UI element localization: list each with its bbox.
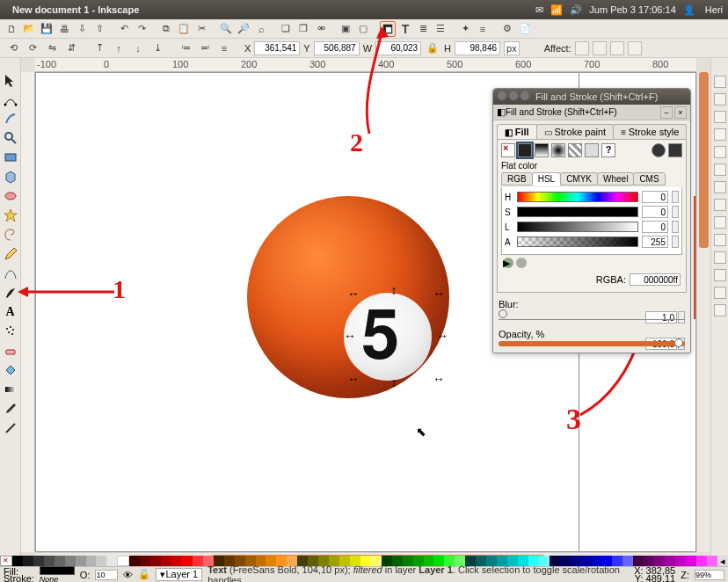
cs-tab-hsl[interactable]: HSL — [532, 172, 561, 186]
status-opacity-input[interactable] — [95, 570, 118, 580]
out-of-gamut-icon[interactable] — [516, 258, 527, 268]
scrollbar-vertical[interactable] — [696, 72, 710, 552]
h-slider[interactable] — [517, 192, 638, 202]
unit-select[interactable]: px — [504, 41, 520, 55]
a-slider[interactable] — [517, 236, 638, 247]
3dbox-tool-icon[interactable] — [3, 169, 18, 185]
text-dialog-icon[interactable]: T — [397, 21, 413, 37]
tray-datetime[interactable]: Jum Peb 3 17:06:14 — [589, 4, 675, 15]
zoom-fit-icon[interactable]: 🔍 — [218, 21, 234, 37]
layer-selector[interactable]: ▾Layer 1 — [156, 568, 202, 581]
affect-pattern-button[interactable] — [628, 41, 642, 55]
l-slider[interactable] — [517, 222, 638, 232]
l-value-input[interactable] — [642, 221, 668, 233]
rect-tool-icon[interactable] — [3, 149, 18, 165]
snap-bbox-icon[interactable] — [714, 93, 726, 105]
bucket-tool-icon[interactable] — [3, 362, 18, 378]
snap-grid-icon[interactable] — [714, 234, 726, 246]
redo-icon[interactable]: ↷ — [134, 21, 149, 37]
paint-none-button[interactable]: × — [501, 143, 515, 157]
paint-unknown-button[interactable]: ? — [601, 143, 615, 157]
status-zoom-input[interactable] — [695, 570, 724, 580]
clone-icon[interactable]: ❐ — [295, 21, 311, 37]
tab-stroke-paint[interactable]: ▭ Stroke paint — [536, 124, 614, 139]
raise-icon[interactable]: ↑ — [111, 40, 127, 56]
import-icon[interactable]: ⇩ — [74, 21, 90, 37]
text-tool-icon[interactable]: A — [3, 304, 18, 320]
tray-user[interactable]: 👤 Heri — [683, 4, 723, 16]
xml-editor-icon[interactable]: ≣ — [415, 21, 431, 37]
pencil-tool-icon[interactable] — [3, 246, 18, 262]
snap-path-icon[interactable] — [714, 128, 726, 141]
rotate-ccw-icon[interactable]: ⟲ — [5, 40, 21, 56]
a-value-input[interactable] — [642, 236, 668, 248]
l-spinner[interactable] — [672, 221, 679, 233]
obj-props2-icon[interactable]: ≕ — [197, 40, 213, 56]
h-spinner[interactable] — [672, 191, 679, 203]
save-icon[interactable]: 💾 — [39, 21, 55, 37]
selector-tool-icon[interactable] — [3, 72, 18, 88]
ellipse-tool-icon[interactable] — [3, 188, 18, 204]
affect-gradient-button[interactable] — [610, 41, 624, 55]
eraser-tool-icon[interactable] — [3, 343, 18, 359]
print-icon[interactable]: 🖶 — [56, 21, 72, 37]
s-spinner[interactable] — [672, 206, 679, 218]
new-icon[interactable]: 🗋 — [4, 21, 19, 37]
tab-fill[interactable]: ◧ Fill — [497, 124, 537, 139]
dialog-minimize-button[interactable]: – — [660, 106, 673, 119]
cs-tab-rgb[interactable]: RGB — [501, 172, 533, 186]
node-tool-icon[interactable] — [3, 91, 18, 107]
paint-radgrad-button[interactable] — [551, 143, 565, 157]
align-dialog-icon[interactable]: ≡ — [475, 21, 491, 37]
unlink-icon[interactable]: ⚮ — [313, 21, 329, 37]
lower-icon[interactable]: ↓ — [130, 40, 146, 56]
s-value-input[interactable] — [642, 206, 668, 218]
snap-page-icon[interactable] — [714, 216, 726, 229]
paint-lingrad-button[interactable] — [535, 143, 549, 157]
cut-icon[interactable]: ✂ — [193, 21, 209, 37]
layer-lock-icon[interactable]: 🔓 — [138, 569, 150, 580]
prefs-icon[interactable]: ⚙ — [499, 21, 515, 37]
snap-center-icon[interactable] — [714, 164, 726, 176]
undo-icon[interactable]: ↶ — [116, 21, 132, 37]
paint-swatch-button[interactable] — [585, 143, 599, 157]
flip-v-icon[interactable]: ⇵ — [63, 40, 79, 56]
raise-top-icon[interactable]: ⤒ — [91, 40, 107, 56]
dialog-window-buttons[interactable] — [498, 91, 532, 102]
snap-guide-icon[interactable] — [714, 251, 726, 264]
bezier-tool-icon[interactable] — [3, 266, 18, 281]
tab-stroke-style[interactable]: ≡ Stroke style — [613, 124, 687, 139]
status-fill-swatch[interactable] — [40, 566, 75, 575]
color-managed-icon[interactable]: ▶ — [503, 258, 513, 268]
snap-misc1-icon[interactable] — [714, 269, 726, 281]
layer-visibility-icon[interactable]: 👁 — [123, 570, 133, 580]
lock-ratio-icon[interactable]: 🔒 — [425, 40, 440, 56]
snap-misc3-icon[interactable] — [714, 304, 726, 316]
cs-tab-cms[interactable]: CMS — [633, 172, 665, 186]
h-value-input[interactable] — [642, 191, 668, 203]
copy-icon[interactable]: ⧉ — [158, 21, 174, 37]
rotate-cw-icon[interactable]: ⟳ — [25, 40, 40, 56]
zoom-page-icon[interactable]: 🔎 — [236, 21, 251, 37]
fill-rule-evenodd-icon[interactable] — [652, 143, 666, 157]
spray-tool-icon[interactable] — [3, 324, 18, 339]
export-icon[interactable]: ⇧ — [91, 21, 107, 37]
tweak-tool-icon[interactable] — [3, 111, 18, 127]
snap-intersect-icon[interactable] — [714, 146, 726, 158]
layers-dialog-icon[interactable]: ☰ — [433, 21, 448, 37]
transform-dialog-icon[interactable]: ✦ — [457, 21, 473, 37]
tray-network-icon[interactable]: 📶 — [550, 4, 563, 16]
tray-mail-icon[interactable]: ✉ — [535, 4, 543, 16]
duplicate-icon[interactable]: ❏ — [278, 21, 294, 37]
obj-props-icon[interactable]: ≔ — [178, 40, 193, 56]
paint-pattern-button[interactable] — [568, 143, 582, 157]
snap-toggle-icon[interactable] — [714, 76, 726, 88]
rgba-input[interactable] — [630, 273, 681, 286]
gradient-tool-icon[interactable] — [3, 382, 18, 397]
blur-slider[interactable] — [499, 311, 685, 320]
dropper-tool-icon[interactable] — [3, 401, 18, 417]
snap-node-icon[interactable] — [714, 111, 726, 123]
dialog-titlebar[interactable]: Fill and Stroke (Shift+Ctrl+F) — [493, 89, 690, 105]
cs-tab-wheel[interactable]: Wheel — [597, 172, 634, 186]
fill-rule-nonzero-icon[interactable] — [668, 143, 682, 157]
